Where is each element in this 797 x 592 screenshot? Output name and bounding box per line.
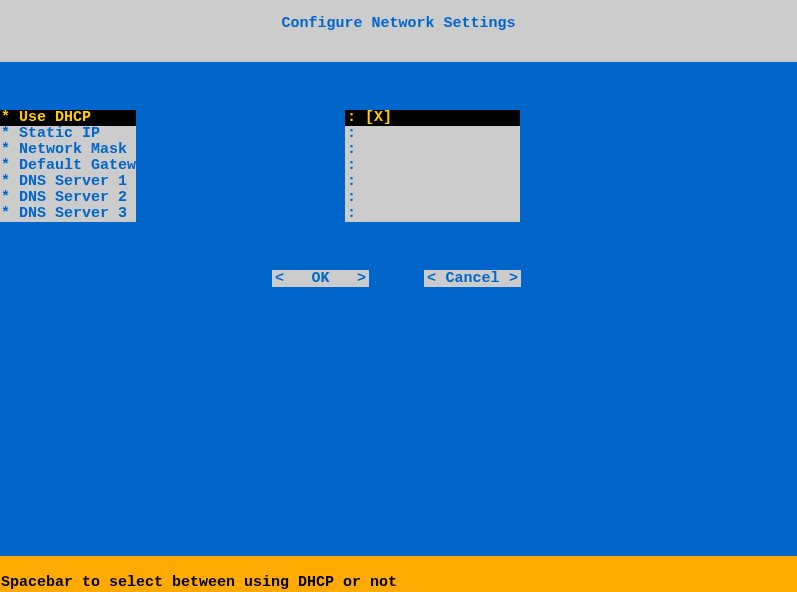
item-prefix: * xyxy=(1,141,10,158)
ok-button[interactable]: < OK > xyxy=(272,270,369,287)
value-prefix: : xyxy=(347,125,356,142)
value-prefix: : xyxy=(347,205,356,222)
value-item-static-ip[interactable]: : xyxy=(345,126,520,142)
value-prefix: : xyxy=(347,109,356,126)
cancel-button[interactable]: < Cancel > xyxy=(424,270,521,287)
values-list: : [X] : : : : : : xyxy=(345,110,520,222)
settings-list: * Use DHCP * Static IP * Network Mask * … xyxy=(0,110,136,222)
main-panel: * Use DHCP * Static IP * Network Mask * … xyxy=(0,62,797,556)
item-label: DNS Server 3 xyxy=(19,205,127,222)
menu-item-dns-1[interactable]: * DNS Server 1 xyxy=(0,174,136,190)
angle-left-icon: < xyxy=(275,270,284,287)
value-prefix: : xyxy=(347,157,356,174)
item-label: Network Mask xyxy=(19,141,127,158)
value-prefix: : xyxy=(347,173,356,190)
item-prefix: * xyxy=(1,109,10,126)
item-label: Static IP xyxy=(19,125,100,142)
menu-item-network-mask[interactable]: * Network Mask xyxy=(0,142,136,158)
item-prefix: * xyxy=(1,205,10,222)
menu-item-dns-3[interactable]: * DNS Server 3 xyxy=(0,206,136,222)
page-title: Configure Network Settings xyxy=(281,15,515,32)
item-label: Default Gateway xyxy=(19,157,154,174)
footer-hint: Spacebar to select between using DHCP or… xyxy=(1,574,397,591)
item-prefix: * xyxy=(1,157,10,174)
menu-item-static-ip[interactable]: * Static IP xyxy=(0,126,136,142)
value-item-use-dhcp[interactable]: : [X] xyxy=(345,110,520,126)
value-prefix: : xyxy=(347,141,356,158)
item-prefix: * xyxy=(1,125,10,142)
value-item-dns-2[interactable]: : xyxy=(345,190,520,206)
button-label: OK xyxy=(311,270,329,287)
value-item-dns-3[interactable]: : xyxy=(345,206,520,222)
value-prefix: : xyxy=(347,189,356,206)
menu-item-default-gateway[interactable]: * Default Gateway xyxy=(0,158,136,174)
menu-item-dns-2[interactable]: * DNS Server 2 xyxy=(0,190,136,206)
angle-left-icon: < xyxy=(427,270,436,287)
footer-hint-bar: Spacebar to select between using DHCP or… xyxy=(0,556,797,592)
angle-right-icon: > xyxy=(509,270,518,287)
value-text: [X] xyxy=(365,109,392,126)
button-label: Cancel xyxy=(445,270,499,287)
item-prefix: * xyxy=(1,189,10,206)
value-item-network-mask[interactable]: : xyxy=(345,142,520,158)
item-label: DNS Server 2 xyxy=(19,189,127,206)
header: Configure Network Settings xyxy=(0,0,797,62)
value-item-dns-1[interactable]: : xyxy=(345,174,520,190)
item-label: DNS Server 1 xyxy=(19,173,127,190)
menu-item-use-dhcp[interactable]: * Use DHCP xyxy=(0,110,136,126)
angle-right-icon: > xyxy=(357,270,366,287)
value-item-default-gateway[interactable]: : xyxy=(345,158,520,174)
item-label: Use DHCP xyxy=(19,109,91,126)
item-prefix: * xyxy=(1,173,10,190)
